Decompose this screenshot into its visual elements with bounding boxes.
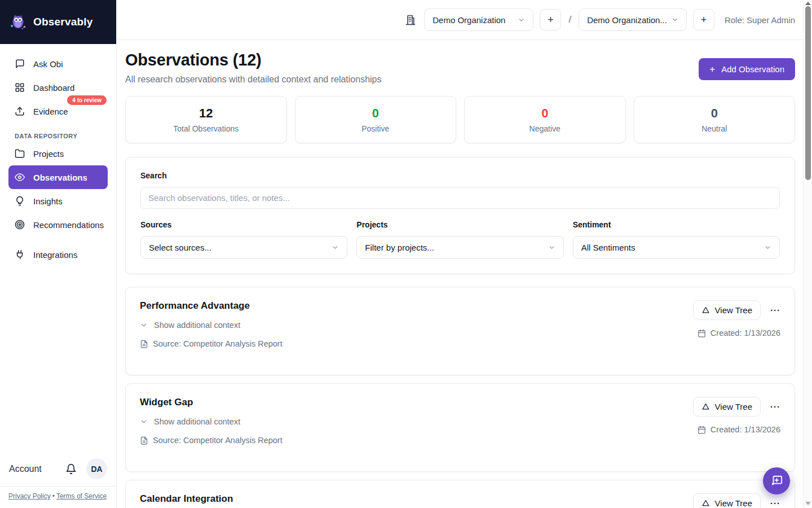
chat-fab-button[interactable] [763,467,790,494]
view-tree-button[interactable]: View Tree [693,300,761,320]
tree-icon [701,402,710,411]
chevron-down-icon [332,244,339,251]
sidebar-item-label: Integrations [33,250,77,260]
add-observation-button[interactable]: + Add Observation [699,58,795,80]
org-selector-value: Demo Organization [433,15,505,25]
filter-panel: Search Sources Select sources... Proje [125,157,795,274]
stat-label: Neutral [640,124,789,133]
sidebar-item-observations[interactable]: Observations [8,165,108,189]
chevron-down-icon [672,16,678,23]
observation-card-right: View Tree ··· Created: 1/13/2026 [693,300,780,362]
page-subtitle: All research observations with detailed … [125,75,381,85]
sidebar-item-evidence[interactable]: Evidence 4 to review [8,99,108,123]
stats-row: 12 Total Observations 0 Positive 0 Negat… [125,96,795,143]
sidebar-item-recommendations[interactable]: Recommendations [8,213,108,237]
sidebar-item-label: Evidence [33,107,68,116]
projects-label: Projects [356,220,563,229]
chevron-down-icon [764,244,771,251]
show-context-toggle[interactable]: Show additional context [140,321,283,330]
footer-separator: • [52,492,55,500]
stat-value: 0 [301,106,451,121]
observation-card: Performance Advantage Show additional co… [125,287,795,375]
view-tree-label: View Tree [715,402,752,411]
sidebar-item-label: Projects [33,149,64,159]
add-observation-label: Add Observation [721,64,784,74]
sidebar-item-label: Dashboard [33,83,74,93]
stat-value: 0 [470,106,620,121]
sidebar-item-integrations[interactable]: Integrations [8,243,108,266]
tree-icon [701,499,710,507]
observation-source: Source: Competitor Analysis Report [140,339,283,348]
view-tree-button[interactable]: View Tree [693,397,761,417]
projects-select[interactable]: Filter by projects... [356,236,563,259]
owl-logo-icon [9,12,28,32]
brand-name: Observably [33,16,93,28]
stat-card-positive: 0 Positive [295,96,457,143]
scrollbar-down-arrow[interactable] [805,502,811,505]
avatar[interactable]: DA [86,458,107,479]
sidebar-item-label: Ask Obi [33,59,63,69]
more-menu-icon[interactable]: ··· [770,499,780,507]
notifications-bell-icon[interactable] [65,463,77,475]
org-selector[interactable]: Demo Organization [424,8,533,31]
stat-value: 12 [131,106,281,121]
sub-org-selector[interactable]: Demo Organization... [579,8,687,31]
observation-card-right: View Tree ··· Created: 1/13/2026 [693,397,780,458]
sentiment-label: Sentiment [573,220,780,229]
observation-card-right: View Tree ··· [693,493,780,508]
stat-card-total: 12 Total Observations [125,96,287,143]
stat-label: Negative [470,124,620,133]
document-icon [140,340,148,348]
app-root: Observably Ask Obi Dashboard Evidence [0,0,812,508]
observation-actions: View Tree ··· [693,397,780,417]
view-tree-button[interactable]: View Tree [693,493,761,508]
sentiment-select[interactable]: All Sentiments [573,236,780,259]
sidebar-item-projects[interactable]: Projects [8,142,108,165]
add-sub-organization-button[interactable]: + [693,9,714,30]
sources-label: Sources [140,220,347,229]
chat-plus-icon [770,475,783,487]
chat-icon [15,59,25,69]
more-menu-icon[interactable]: ··· [770,402,780,411]
calendar-icon [698,329,706,338]
observation-title: Widget Gap [140,397,283,408]
view-tree-label: View Tree [715,498,752,508]
observation-created: Created: 1/13/2026 [698,425,780,434]
sentiment-filter-group: Sentiment All Sentiments [573,220,780,259]
sidebar-item-label: Insights [33,196,63,206]
sidebar-item-ask-obi[interactable]: Ask Obi [8,52,108,76]
sidebar-section-label: DATA REPOSITORY [15,133,108,139]
sidebar-item-insights[interactable]: Insights [8,189,108,213]
stat-value: 0 [640,106,789,121]
vertical-scrollbar [803,0,812,508]
sidebar-item-label: Observations [33,173,87,182]
sub-org-selector-value: Demo Organization... [587,15,667,25]
dashboard-icon [15,82,25,93]
stat-label: Total Observations [131,124,281,133]
more-menu-icon[interactable]: ··· [770,306,780,314]
observation-card-left: Performance Advantage Show additional co… [140,300,283,362]
scrollbar-up-arrow[interactable] [805,2,811,5]
chevron-down-icon [140,418,148,426]
sources-select[interactable]: Select sources... [140,236,347,259]
observation-card: Widget Gap Show additional context Sour [125,383,795,472]
search-input[interactable] [140,187,780,209]
show-context-toggle[interactable]: Show additional context [140,417,283,426]
sidebar-footer: Privacy Policy•Terms of Service [0,486,116,508]
terms-of-service-link[interactable]: Terms of Service [56,492,107,500]
observation-title: Performance Advantage [140,300,283,312]
building-icon [405,14,416,25]
sidebar-nav: Ask Obi Dashboard Evidence 4 to review D… [0,44,116,266]
filter-row: Sources Select sources... Projects Filte… [140,220,780,259]
calendar-icon [698,426,706,434]
org-separator: / [568,14,571,25]
privacy-policy-link[interactable]: Privacy Policy [8,492,51,500]
page-header: Observations (12) All research observati… [125,51,795,85]
add-organization-button[interactable]: + [540,9,561,30]
sidebar: Observably Ask Obi Dashboard Evidence [0,0,117,508]
chevron-down-icon [548,244,555,251]
observation-actions: View Tree ··· [693,300,780,320]
top-bar: Demo Organization + / Demo Organization.… [117,0,812,40]
scrollbar-thumb[interactable] [805,6,811,180]
search-label: Search [140,171,780,180]
